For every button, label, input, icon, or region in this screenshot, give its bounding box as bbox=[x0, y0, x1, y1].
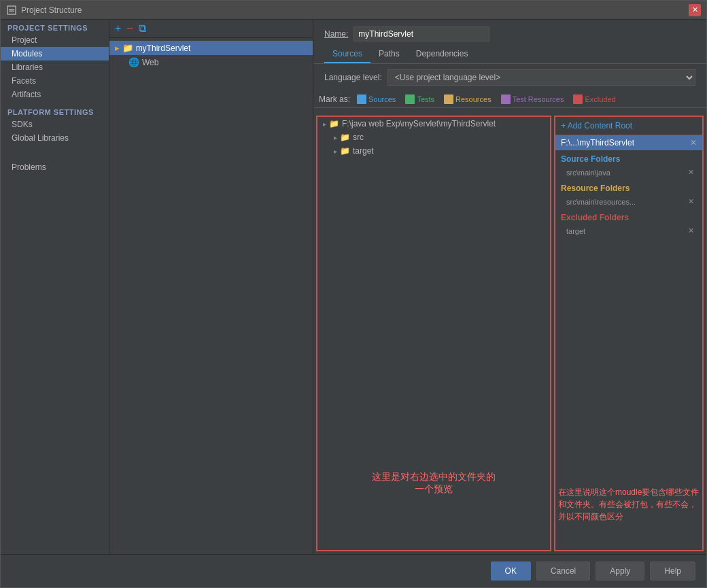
sources-tag-label: Sources bbox=[368, 95, 396, 103]
mark-tag-excluded[interactable]: Excluded bbox=[570, 94, 618, 105]
module-tree-panel: + − ⧉ ▸ 📁 myThirdServlet 🌐 Web bbox=[109, 20, 313, 554]
mark-tag-test-resources[interactable]: Test Resources bbox=[498, 94, 567, 105]
add-module-button[interactable]: + bbox=[114, 22, 122, 35]
tabs-row: Sources Paths Dependencies bbox=[313, 46, 706, 64]
excluded-folders-section: Excluded Folders target ✕ bbox=[555, 209, 702, 238]
svg-rect-1 bbox=[9, 9, 14, 10]
target-folder-icon: 📁 bbox=[340, 146, 350, 156]
right-detail-panel: Name: Sources Paths Dependencies Languag… bbox=[313, 20, 706, 554]
name-row: Name: bbox=[313, 20, 706, 46]
source-folder-close[interactable]: ✕ bbox=[688, 168, 694, 177]
test-resources-tag-icon bbox=[501, 94, 511, 104]
content-root-close-button[interactable]: ✕ bbox=[690, 138, 697, 148]
language-level-row: Language level: <Use project language le… bbox=[313, 64, 706, 91]
excluded-folder-close[interactable]: ✕ bbox=[688, 226, 694, 235]
name-input[interactable] bbox=[354, 27, 489, 41]
platform-settings-section: Platform Settings SDKs Global Libraries bbox=[1, 104, 109, 148]
sidebar-item-problems[interactable]: Problems bbox=[1, 158, 109, 174]
resource-folders-title: Resource Folders bbox=[561, 184, 697, 193]
file-tree-item-target[interactable]: ▸ 📁 target bbox=[317, 144, 550, 158]
problems-section: Problems bbox=[1, 158, 109, 174]
module-tree-content: ▸ 📁 myThirdServlet 🌐 Web bbox=[109, 38, 313, 554]
excluded-folder-path: target bbox=[566, 227, 585, 235]
source-folder-path: src\main\java bbox=[566, 169, 610, 177]
content-roots-annotation: 在这里说明这个moudle要包含哪些文件和文件夹。有些会被打包，有些不会，并以不… bbox=[558, 486, 700, 523]
sidebar-item-artifacts[interactable]: Artifacts bbox=[1, 88, 109, 101]
tab-dependencies[interactable]: Dependencies bbox=[408, 46, 477, 63]
file-tree-panel: ▸ 📁 F:\java web Exp\myServlet\myThirdSer… bbox=[316, 116, 551, 551]
file-tree-item-root[interactable]: ▸ 📁 F:\java web Exp\myServlet\myThirdSer… bbox=[317, 117, 550, 131]
language-level-label: Language level: bbox=[324, 73, 382, 82]
resource-folder-close[interactable]: ✕ bbox=[688, 197, 694, 206]
add-content-root-button[interactable]: + Add Content Root bbox=[555, 117, 702, 135]
target-path-text: target bbox=[353, 146, 374, 156]
sidebar-item-modules[interactable]: Modules bbox=[1, 47, 109, 60]
sidebar-item-project[interactable]: Project bbox=[1, 33, 109, 47]
resources-tag-label: Resources bbox=[455, 95, 492, 103]
mark-tag-sources[interactable]: Sources bbox=[354, 94, 398, 105]
sources-area: Mark as: Sources Tests Resources bbox=[313, 91, 706, 554]
project-settings-section: Project Settings Project Modules Librari… bbox=[1, 20, 109, 104]
sidebar-item-global-libraries[interactable]: Global Libraries bbox=[1, 131, 109, 145]
apply-button[interactable]: Apply bbox=[596, 561, 644, 581]
source-folders-title: Source Folders bbox=[561, 154, 697, 164]
file-tree-annotation: 这里是对右边选中的文件夹的 一个预览 bbox=[372, 471, 496, 496]
resource-folder-path: src\main\resources... bbox=[566, 198, 636, 206]
target-expand-icon: ▸ bbox=[334, 148, 337, 155]
web-icon: 🌐 bbox=[128, 57, 139, 67]
tab-paths[interactable]: Paths bbox=[370, 46, 408, 63]
platform-settings-label: Platform Settings bbox=[1, 107, 109, 118]
excluded-tag-icon bbox=[573, 94, 583, 104]
tests-tag-icon bbox=[405, 94, 415, 104]
tab-sources[interactable]: Sources bbox=[324, 46, 370, 63]
help-button[interactable]: Help bbox=[650, 561, 695, 581]
ok-button[interactable]: OK bbox=[491, 561, 531, 581]
window-icon bbox=[6, 5, 17, 16]
module-tree-toolbar: + − ⧉ bbox=[109, 20, 313, 38]
close-button[interactable]: ✕ bbox=[689, 4, 701, 16]
resource-folders-section: Resource Folders src\main\resources... ✕ bbox=[555, 179, 702, 209]
bottom-bar: OK Cancel Apply Help bbox=[1, 554, 706, 587]
root-path-text: F:\java web Exp\myServlet\myThirdServlet bbox=[342, 119, 496, 128]
file-tree-item-src[interactable]: ▸ 📁 src bbox=[317, 131, 550, 144]
project-structure-window: Project Structure ✕ Project Settings Pro… bbox=[0, 0, 707, 588]
module-folder-icon: ▸ 📁 bbox=[115, 43, 133, 53]
name-label: Name: bbox=[324, 29, 348, 39]
mark-as-bar: Mark as: Sources Tests Resources bbox=[313, 91, 706, 108]
left-sidebar: Project Settings Project Modules Librari… bbox=[1, 20, 109, 554]
excluded-folder-entry: target ✕ bbox=[561, 225, 697, 237]
resource-folder-entry: src\main\resources... ✕ bbox=[561, 196, 697, 207]
src-folder-icon: 📁 bbox=[340, 133, 350, 142]
test-resources-tag-label: Test Resources bbox=[513, 95, 564, 103]
svg-rect-0 bbox=[7, 6, 16, 14]
mark-tag-resources[interactable]: Resources bbox=[441, 94, 494, 105]
copy-module-button[interactable]: ⧉ bbox=[137, 22, 148, 35]
sources-tag-icon bbox=[357, 94, 366, 104]
main-content: Project Settings Project Modules Librari… bbox=[1, 20, 706, 554]
excluded-folders-title: Excluded Folders bbox=[561, 213, 697, 222]
root-folder-icon: 📁 bbox=[329, 119, 339, 128]
source-folder-entry: src\main\java ✕ bbox=[561, 167, 697, 178]
svg-rect-2 bbox=[9, 10, 14, 12]
add-content-root-label: + Add Content Root bbox=[561, 121, 632, 131]
remove-module-button[interactable]: − bbox=[125, 22, 134, 35]
src-path-text: src bbox=[353, 133, 364, 142]
cancel-button[interactable]: Cancel bbox=[536, 561, 590, 581]
sources-panels: ▸ 📁 F:\java web Exp\myServlet\myThirdSer… bbox=[313, 113, 706, 554]
project-settings-label: Project Settings bbox=[1, 22, 109, 33]
mark-as-label: Mark as: bbox=[319, 94, 350, 104]
sidebar-item-facets[interactable]: Facets bbox=[1, 74, 109, 88]
tree-expand-icon: ▸ bbox=[323, 120, 326, 128]
title-bar: Project Structure ✕ bbox=[1, 1, 706, 20]
resources-tag-icon bbox=[444, 94, 453, 104]
sidebar-item-libraries[interactable]: Libraries bbox=[1, 60, 109, 74]
content-root-item[interactable]: F:\...\myThirdServlet ✕ bbox=[555, 135, 702, 150]
src-expand-icon: ▸ bbox=[334, 134, 337, 141]
excluded-tag-label: Excluded bbox=[585, 95, 615, 103]
mark-tag-tests[interactable]: Tests bbox=[402, 94, 437, 105]
sidebar-item-sdks[interactable]: SDKs bbox=[1, 118, 109, 131]
tree-item-myThirdServlet[interactable]: ▸ 📁 myThirdServlet bbox=[109, 41, 313, 55]
source-folders-section: Source Folders src\main\java ✕ bbox=[555, 150, 702, 179]
tree-item-web[interactable]: 🌐 Web bbox=[109, 55, 313, 69]
language-level-select[interactable]: <Use project language level> bbox=[387, 69, 695, 86]
